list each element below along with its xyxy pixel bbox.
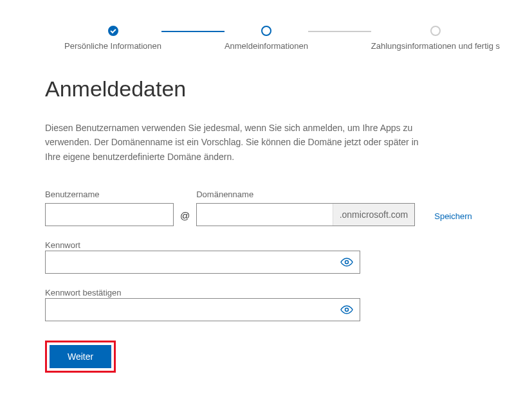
- next-button[interactable]: Weiter: [50, 345, 111, 368]
- highlight-box: Weiter: [45, 341, 116, 373]
- step-signin-info: Anmeldeinformationen: [225, 26, 308, 51]
- show-password-confirm-icon[interactable]: [334, 305, 360, 314]
- svg-point-1: [345, 308, 349, 312]
- check-icon: [108, 26, 118, 36]
- password-input-wrapper: [45, 251, 360, 274]
- password-group: Kennwort: [45, 239, 487, 274]
- step-connector: [308, 31, 371, 32]
- password-confirm-input[interactable]: [46, 299, 334, 321]
- step-payment-info: Zahlungsinformationen und fertig s: [371, 26, 500, 51]
- domain-input[interactable]: [197, 204, 332, 226]
- password-label: Kennwort: [45, 240, 80, 250]
- step-label: Zahlungsinformationen und fertig s: [371, 41, 500, 51]
- password-input[interactable]: [46, 251, 334, 273]
- circle-icon: [261, 26, 271, 36]
- domain-label: Domänenname: [196, 190, 415, 199]
- password-confirm-group: Kennwort bestätigen: [45, 287, 487, 321]
- domain-group: Domänenname .onmicrosoft.com: [196, 190, 415, 226]
- at-sign: @: [180, 210, 190, 226]
- svg-point-0: [345, 261, 349, 264]
- step-label: Persönliche Informationen: [64, 41, 161, 51]
- circle-icon: [430, 26, 441, 36]
- page-description: Diesen Benutzernamen verwenden Sie jedes…: [45, 121, 431, 164]
- step-personal-info: Persönliche Informationen: [64, 26, 161, 51]
- progress-stepper: Persönliche Informationen Anmeldeinforma…: [0, 0, 532, 51]
- username-label: Benutzername: [45, 190, 174, 199]
- domain-input-wrapper: .onmicrosoft.com: [196, 203, 415, 226]
- page-title: Anmeldedaten: [45, 76, 487, 102]
- username-input[interactable]: [45, 203, 174, 226]
- main-content: Anmeldedaten Diesen Benutzernamen verwen…: [0, 51, 532, 373]
- password-confirm-label: Kennwort bestätigen: [45, 288, 122, 297]
- username-domain-row: Benutzername @ Domänenname .onmicrosoft.…: [45, 190, 487, 226]
- domain-suffix: .onmicrosoft.com: [333, 204, 415, 226]
- step-connector: [161, 31, 225, 32]
- username-group: Benutzername: [45, 190, 174, 226]
- password-confirm-input-wrapper: [45, 298, 360, 321]
- show-password-icon[interactable]: [334, 258, 360, 267]
- step-label: Anmeldeinformationen: [225, 41, 308, 51]
- save-link[interactable]: Speichern: [434, 211, 472, 226]
